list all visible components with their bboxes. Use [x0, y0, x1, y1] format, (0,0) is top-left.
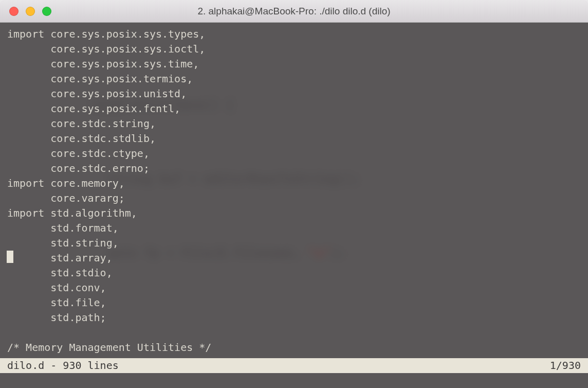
code-line: core.sys.posix.unistd,: [7, 86, 581, 101]
terminal-window: 2. alphakai@MacBook-Pro: ./dilo dilo.d (…: [0, 0, 588, 388]
code-line: std.string,: [7, 236, 581, 251]
code-line: core.stdc.errno;: [7, 161, 581, 176]
status-left: dilo.d - 930 lines: [7, 358, 119, 373]
code-line: std.file,: [7, 295, 581, 310]
status-right: 1/930: [550, 358, 581, 373]
window-title: 2. alphakai@MacBook-Pro: ./dilo dilo.d (…: [0, 6, 588, 17]
code-line: std.conv,: [7, 280, 581, 295]
code-line: core.stdc.string,: [7, 116, 581, 131]
code-line: core.sys.posix.sys.time,: [7, 57, 581, 72]
code-line: core.sys.posix.termios,: [7, 72, 581, 86]
minimize-icon[interactable]: [26, 7, 35, 16]
code-line: import core.memory,: [7, 176, 581, 191]
code-area: import core.sys.posix.sys.types, core.sy…: [7, 27, 581, 355]
traffic-lights: [0, 7, 51, 16]
code-line: core.stdc.ctype,: [7, 146, 581, 161]
code-line: std.array,: [7, 251, 581, 266]
terminal-area[interactable]: void editorSave() { string buf = editorR…: [0, 23, 588, 388]
code-line: import core.sys.posix.sys.types,: [7, 27, 581, 42]
code-line: import std.algorithm,: [7, 206, 581, 221]
code-line: /* Memory Management Utilities */: [7, 340, 581, 355]
code-line: core.sys.posix.fcntl,: [7, 101, 581, 116]
code-line: std.format,: [7, 221, 581, 236]
code-line: std.path;: [7, 310, 581, 325]
close-icon[interactable]: [9, 7, 19, 16]
titlebar: 2. alphakai@MacBook-Pro: ./dilo dilo.d (…: [0, 0, 588, 23]
code-line: core.stdc.stdlib,: [7, 131, 581, 146]
maximize-icon[interactable]: [42, 7, 51, 16]
code-line: std.stdio,: [7, 266, 581, 280]
help-bar: HELP: Ctrl-S = save | Ctrl-Q = quit: [0, 373, 588, 388]
code-line: core.sys.posix.sys.ioctl,: [7, 42, 581, 57]
status-bar: dilo.d - 930 lines 1/930: [0, 358, 588, 373]
code-line: core.vararg;: [7, 191, 581, 206]
code-line: [7, 325, 581, 340]
cursor: [7, 251, 13, 263]
